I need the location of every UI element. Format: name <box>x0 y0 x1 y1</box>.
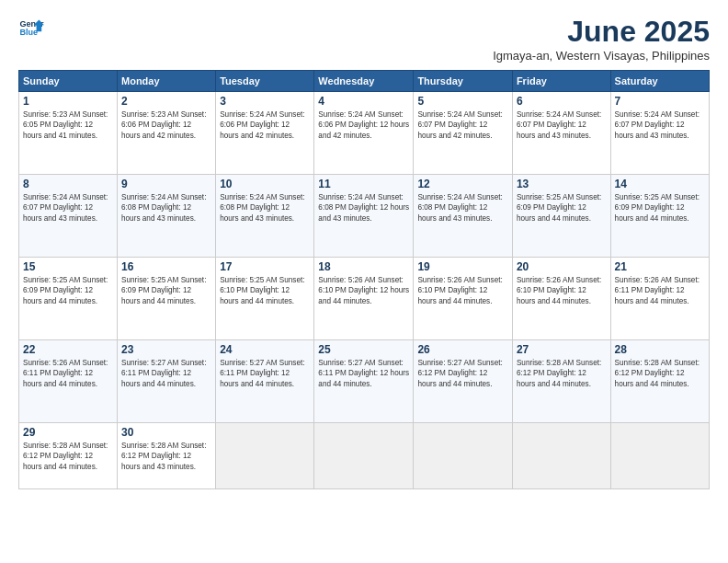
calendar-cell: 11Sunrise: 5:24 AM Sunset: 6:08 PM Dayli… <box>314 175 414 258</box>
day-number: 18 <box>318 260 409 273</box>
day-number: 3 <box>220 95 310 108</box>
day-info: Sunrise: 5:25 AM Sunset: 6:09 PM Dayligh… <box>615 192 705 224</box>
day-number: 29 <box>23 426 113 439</box>
day-number: 14 <box>615 178 705 190</box>
day-number: 26 <box>417 343 508 356</box>
calendar-cell: 19Sunrise: 5:26 AM Sunset: 6:10 PM Dayli… <box>414 258 513 340</box>
day-number: 20 <box>517 260 607 273</box>
calendar-cell: 17Sunrise: 5:25 AM Sunset: 6:10 PM Dayli… <box>216 258 314 340</box>
day-info: Sunrise: 5:25 AM Sunset: 6:09 PM Dayligh… <box>517 192 607 224</box>
logo-icon: General Blue <box>18 15 44 40</box>
calendar-cell: 2Sunrise: 5:23 AM Sunset: 6:06 PM Daylig… <box>118 92 216 175</box>
day-number: 27 <box>517 343 607 356</box>
day-number: 1 <box>23 95 113 108</box>
day-info: Sunrise: 5:24 AM Sunset: 6:06 PM Dayligh… <box>220 109 310 141</box>
calendar-cell: 12Sunrise: 5:24 AM Sunset: 6:08 PM Dayli… <box>414 175 513 258</box>
day-info: Sunrise: 5:27 AM Sunset: 6:12 PM Dayligh… <box>417 358 508 389</box>
day-info: Sunrise: 5:27 AM Sunset: 6:11 PM Dayligh… <box>318 358 409 389</box>
day-number: 17 <box>220 260 310 273</box>
day-info: Sunrise: 5:24 AM Sunset: 6:08 PM Dayligh… <box>121 192 211 224</box>
location: Igmaya-an, Western Visayas, Philippines <box>493 49 710 63</box>
day-number: 5 <box>417 95 508 108</box>
day-number: 10 <box>220 178 310 190</box>
day-number: 30 <box>121 426 211 439</box>
calendar-cell: 4Sunrise: 5:24 AM Sunset: 6:06 PM Daylig… <box>314 92 414 175</box>
calendar-cell: 26Sunrise: 5:27 AM Sunset: 6:12 PM Dayli… <box>414 340 513 423</box>
calendar-cell: 7Sunrise: 5:24 AM Sunset: 6:07 PM Daylig… <box>610 92 709 175</box>
calendar-cell: 16Sunrise: 5:25 AM Sunset: 6:09 PM Dayli… <box>118 258 216 340</box>
logo: General Blue <box>18 15 44 40</box>
day-info: Sunrise: 5:28 AM Sunset: 6:12 PM Dayligh… <box>517 358 607 389</box>
calendar-cell: 28Sunrise: 5:28 AM Sunset: 6:12 PM Dayli… <box>610 340 709 423</box>
calendar-cell: 20Sunrise: 5:26 AM Sunset: 6:10 PM Dayli… <box>512 258 610 340</box>
calendar-cell: 6Sunrise: 5:24 AM Sunset: 6:07 PM Daylig… <box>512 92 610 175</box>
day-info: Sunrise: 5:26 AM Sunset: 6:11 PM Dayligh… <box>23 358 113 389</box>
day-info: Sunrise: 5:28 AM Sunset: 6:12 PM Dayligh… <box>121 441 211 472</box>
col-header-thursday: Thursday <box>414 71 513 92</box>
calendar-cell: 15Sunrise: 5:25 AM Sunset: 6:09 PM Dayli… <box>19 258 118 340</box>
day-number: 15 <box>23 260 113 273</box>
calendar-cell <box>314 423 414 489</box>
calendar-cell: 23Sunrise: 5:27 AM Sunset: 6:11 PM Dayli… <box>118 340 216 423</box>
day-info: Sunrise: 5:28 AM Sunset: 6:12 PM Dayligh… <box>23 441 113 472</box>
day-info: Sunrise: 5:26 AM Sunset: 6:10 PM Dayligh… <box>318 275 409 306</box>
day-number: 6 <box>517 95 607 108</box>
calendar-cell <box>414 423 513 489</box>
day-number: 8 <box>23 178 113 190</box>
col-header-friday: Friday <box>512 71 610 92</box>
day-info: Sunrise: 5:27 AM Sunset: 6:11 PM Dayligh… <box>220 358 310 389</box>
day-info: Sunrise: 5:26 AM Sunset: 6:10 PM Dayligh… <box>417 275 508 306</box>
calendar-cell: 1Sunrise: 5:23 AM Sunset: 6:05 PM Daylig… <box>19 92 118 175</box>
calendar-cell: 30Sunrise: 5:28 AM Sunset: 6:12 PM Dayli… <box>118 423 216 489</box>
calendar-cell: 18Sunrise: 5:26 AM Sunset: 6:10 PM Dayli… <box>314 258 414 340</box>
day-number: 16 <box>121 260 211 273</box>
month-title: June 2025 <box>493 15 710 49</box>
calendar-cell: 9Sunrise: 5:24 AM Sunset: 6:08 PM Daylig… <box>118 175 216 258</box>
day-info: Sunrise: 5:24 AM Sunset: 6:07 PM Dayligh… <box>517 109 607 141</box>
day-number: 21 <box>615 260 705 273</box>
day-info: Sunrise: 5:24 AM Sunset: 6:08 PM Dayligh… <box>220 192 310 224</box>
day-number: 2 <box>121 95 211 108</box>
day-number: 28 <box>615 343 705 356</box>
calendar-cell: 3Sunrise: 5:24 AM Sunset: 6:06 PM Daylig… <box>216 92 314 175</box>
calendar-cell: 14Sunrise: 5:25 AM Sunset: 6:09 PM Dayli… <box>610 175 709 258</box>
svg-text:Blue: Blue <box>19 28 38 37</box>
day-info: Sunrise: 5:24 AM Sunset: 6:06 PM Dayligh… <box>318 109 409 141</box>
day-number: 24 <box>220 343 310 356</box>
calendar-cell <box>512 423 610 489</box>
day-number: 11 <box>318 178 409 190</box>
day-info: Sunrise: 5:24 AM Sunset: 6:08 PM Dayligh… <box>417 192 508 224</box>
calendar-cell: 24Sunrise: 5:27 AM Sunset: 6:11 PM Dayli… <box>216 340 314 423</box>
day-number: 4 <box>318 95 409 108</box>
calendar-cell: 25Sunrise: 5:27 AM Sunset: 6:11 PM Dayli… <box>314 340 414 423</box>
day-number: 13 <box>517 178 607 190</box>
calendar-cell: 29Sunrise: 5:28 AM Sunset: 6:12 PM Dayli… <box>19 423 118 489</box>
calendar-cell <box>610 423 709 489</box>
calendar-header-row: SundayMondayTuesdayWednesdayThursdayFrid… <box>19 71 710 92</box>
day-info: Sunrise: 5:24 AM Sunset: 6:07 PM Dayligh… <box>23 192 113 224</box>
day-info: Sunrise: 5:25 AM Sunset: 6:10 PM Dayligh… <box>220 275 310 306</box>
col-header-saturday: Saturday <box>610 71 709 92</box>
calendar: SundayMondayTuesdayWednesdayThursdayFrid… <box>18 70 710 489</box>
day-info: Sunrise: 5:27 AM Sunset: 6:11 PM Dayligh… <box>121 358 211 389</box>
day-info: Sunrise: 5:25 AM Sunset: 6:09 PM Dayligh… <box>23 275 113 306</box>
day-number: 9 <box>121 178 211 190</box>
title-block: June 2025 Igmaya-an, Western Visayas, Ph… <box>493 15 710 63</box>
day-info: Sunrise: 5:23 AM Sunset: 6:05 PM Dayligh… <box>23 109 113 141</box>
calendar-cell <box>216 423 314 489</box>
day-number: 7 <box>615 95 705 108</box>
day-number: 25 <box>318 343 409 356</box>
col-header-tuesday: Tuesday <box>216 71 314 92</box>
calendar-cell: 10Sunrise: 5:24 AM Sunset: 6:08 PM Dayli… <box>216 175 314 258</box>
col-header-sunday: Sunday <box>19 71 118 92</box>
calendar-cell: 27Sunrise: 5:28 AM Sunset: 6:12 PM Dayli… <box>512 340 610 423</box>
day-number: 23 <box>121 343 211 356</box>
day-info: Sunrise: 5:28 AM Sunset: 6:12 PM Dayligh… <box>615 358 705 389</box>
day-info: Sunrise: 5:23 AM Sunset: 6:06 PM Dayligh… <box>121 109 211 141</box>
day-info: Sunrise: 5:25 AM Sunset: 6:09 PM Dayligh… <box>121 275 211 306</box>
day-info: Sunrise: 5:24 AM Sunset: 6:07 PM Dayligh… <box>417 109 508 141</box>
calendar-cell: 8Sunrise: 5:24 AM Sunset: 6:07 PM Daylig… <box>19 175 118 258</box>
day-number: 22 <box>23 343 113 356</box>
day-number: 19 <box>417 260 508 273</box>
col-header-wednesday: Wednesday <box>314 71 414 92</box>
